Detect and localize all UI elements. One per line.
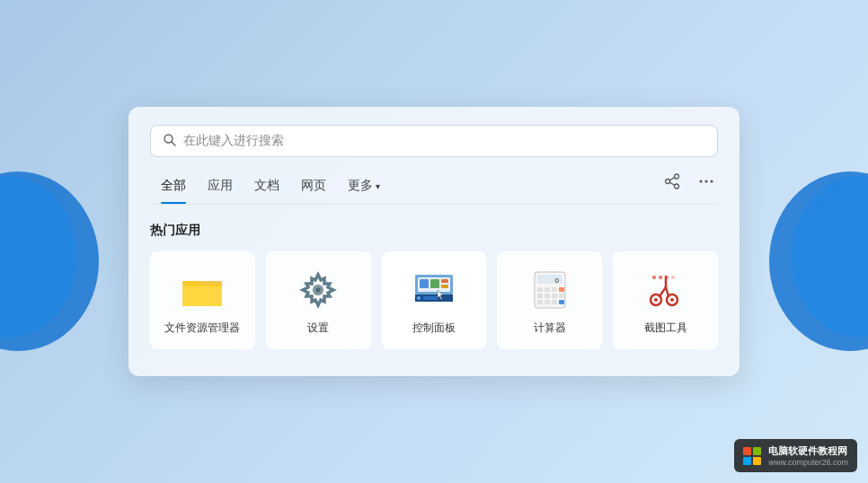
svg-point-11 xyxy=(700,180,703,183)
watermark-title: 电脑软硬件教程网 xyxy=(768,444,848,458)
svg-rect-42 xyxy=(545,300,550,304)
left-decoration xyxy=(0,162,108,360)
app-card-snipping-tool[interactable]: 截图工具 xyxy=(613,251,718,349)
svg-line-5 xyxy=(172,142,175,145)
svg-point-6 xyxy=(675,174,679,179)
tab-docs[interactable]: 文档 xyxy=(244,172,290,203)
app-label-settings: 设置 xyxy=(307,321,329,336)
app-card-control-panel[interactable]: 控制面板 xyxy=(382,251,487,349)
svg-rect-37 xyxy=(537,294,543,298)
svg-rect-40 xyxy=(559,294,564,298)
tabs-row: 全部 应用 文档 网页 更多 ▾ xyxy=(150,171,718,205)
svg-rect-23 xyxy=(420,279,429,288)
svg-rect-26 xyxy=(441,285,448,288)
app-grid: 文件资源管理器 设置 xyxy=(150,251,718,349)
share-button[interactable] xyxy=(660,171,684,195)
chevron-down-icon: ▾ xyxy=(376,181,380,191)
svg-line-50 xyxy=(666,287,669,296)
win-square-blue xyxy=(743,457,751,465)
svg-point-12 xyxy=(705,180,708,183)
search-placeholder: 在此键入进行搜索 xyxy=(183,133,704,149)
svg-rect-52 xyxy=(652,276,656,279)
tab-more[interactable]: 更多 ▾ xyxy=(337,172,391,203)
app-label-snipping-tool: 截图工具 xyxy=(644,321,687,336)
win-square-red xyxy=(743,447,751,455)
app-label-calculator: 计算器 xyxy=(534,321,566,336)
app-label-file-manager: 文件资源管理器 xyxy=(164,321,240,336)
svg-point-47 xyxy=(654,298,658,302)
svg-rect-41 xyxy=(537,300,543,304)
svg-rect-33 xyxy=(537,287,543,292)
svg-text:0: 0 xyxy=(554,277,559,285)
svg-line-10 xyxy=(669,182,675,186)
scissors-icon xyxy=(644,268,687,312)
search-panel: 在此键入进行搜索 全部 应用 文档 网页 更多 ▾ xyxy=(128,107,740,376)
svg-rect-55 xyxy=(671,276,675,279)
svg-rect-25 xyxy=(441,279,448,283)
svg-point-48 xyxy=(670,298,674,302)
folder-icon xyxy=(181,268,224,312)
svg-point-8 xyxy=(666,180,670,184)
watermark: 电脑软硬件教程网 www.computer26.com xyxy=(734,439,857,472)
tab-actions xyxy=(660,171,718,204)
svg-rect-39 xyxy=(552,294,557,298)
control-panel-icon xyxy=(412,268,456,312)
tab-web[interactable]: 网页 xyxy=(290,172,337,203)
watermark-text: 电脑软硬件教程网 www.computer26.com xyxy=(768,444,848,467)
svg-point-7 xyxy=(675,184,679,189)
watermark-url: www.computer26.com xyxy=(768,458,848,467)
svg-rect-54 xyxy=(665,276,669,279)
svg-rect-35 xyxy=(552,287,557,292)
settings-icon xyxy=(297,268,340,312)
svg-line-9 xyxy=(669,178,675,181)
search-box[interactable]: 在此键入进行搜索 xyxy=(150,125,718,157)
svg-point-19 xyxy=(315,287,321,293)
calculator-icon: 0 xyxy=(528,268,571,312)
svg-rect-29 xyxy=(423,296,438,300)
svg-rect-24 xyxy=(430,279,439,288)
app-card-settings[interactable]: 设置 xyxy=(266,251,371,349)
svg-rect-34 xyxy=(545,287,550,292)
tab-all[interactable]: 全部 xyxy=(150,172,197,203)
svg-rect-38 xyxy=(545,294,550,298)
svg-rect-44 xyxy=(559,300,564,304)
svg-rect-36 xyxy=(559,287,564,292)
svg-rect-43 xyxy=(552,300,557,304)
win-square-yellow xyxy=(753,457,761,465)
more-options-button[interactable] xyxy=(695,171,718,195)
app-card-calculator[interactable]: 0 计算器 xyxy=(497,251,602,349)
windows-icon xyxy=(743,447,761,465)
app-card-file-manager[interactable]: 文件资源管理器 xyxy=(150,251,255,349)
svg-point-13 xyxy=(711,180,713,183)
search-icon xyxy=(164,134,176,149)
svg-line-49 xyxy=(660,287,666,296)
svg-point-28 xyxy=(417,296,421,300)
tab-apps[interactable]: 应用 xyxy=(197,172,244,203)
app-label-control-panel: 控制面板 xyxy=(412,321,456,336)
svg-rect-53 xyxy=(659,276,662,279)
section-title: 热门应用 xyxy=(150,223,718,239)
right-decoration xyxy=(760,162,868,360)
win-square-green xyxy=(753,447,761,455)
